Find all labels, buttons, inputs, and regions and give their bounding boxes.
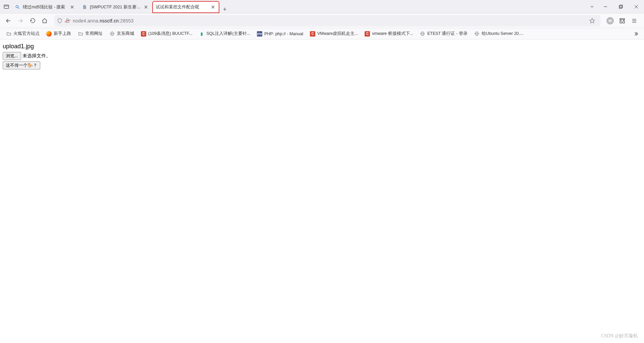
tab-2-active[interactable]: 试试和某些文件配合呢 [152,1,219,13]
globe-icon [474,31,480,37]
page-icon [82,4,87,10]
bookmark-label: 火狐官方站点 [13,31,40,37]
bookmark-label: PHP: php:// - Manual [264,32,303,36]
bookmark-label: ETEST 通行证 - 登录 [427,31,468,37]
search-icon [15,4,20,10]
bookmark-item[interactable]: phpPHP: php:// - Manual [254,30,306,38]
app-menu-button[interactable] [629,15,640,26]
tab-close-icon[interactable] [143,4,149,10]
home-icon [42,18,48,24]
csdn-icon: C [310,31,315,37]
bookmark-label: SQL注入详解(主要针... [206,31,250,37]
maximize-button[interactable] [613,0,629,13]
minimize-button[interactable] [598,0,613,13]
tab-strip: 绕过md5强比较 - 搜索 [SWPUCTF 2021 新生赛]easyu 试试… [11,0,586,13]
arrow-left-icon [5,18,11,24]
svg-rect-17 [66,20,69,22]
green-bar-icon: ▮ [199,31,204,37]
bookmarks-bar: 火狐官方站点 新手上路 常用网址 京东商城 C(109条消息) BUUCTF..… [0,28,644,40]
panel-icon [3,4,9,10]
avatar-icon: M [606,17,614,24]
reload-button[interactable] [27,15,38,26]
nav-toolbar: node4.anna.nssctf.cn:28553 M [0,13,644,28]
folder-icon [78,31,83,37]
new-tab-button[interactable]: + [219,6,230,13]
tab-close-icon[interactable] [69,4,75,10]
tab-label: 绕过md5强比较 - 搜索 [23,4,68,10]
shield-icon [57,18,62,23]
tab-close-icon[interactable] [210,4,216,10]
bookmark-star-button[interactable] [586,15,598,26]
globe-icon [109,31,115,37]
bookmark-label: (109条消息) BUUCTF... [148,31,192,37]
svg-rect-12 [620,5,623,8]
bookmark-item[interactable]: C(109条消息) BUUCTF... [138,30,195,38]
toolbar-right: M [604,15,641,26]
bookmark-label: 给Ubuntu Server 20.... [482,31,524,37]
security-indicator[interactable] [57,18,70,23]
svg-line-3 [18,8,19,9]
bookmark-item[interactable]: CVMware虚拟机走主... [307,30,361,38]
bookmark-label: 常用网址 [85,31,103,37]
bookmark-item[interactable]: ETEST 通行证 - 登录 [417,30,470,38]
file-status-text: 未选择文件。 [22,53,51,59]
plus-icon: + [223,6,227,13]
chevron-double-right-icon [633,31,639,37]
csdn-icon: C [141,31,146,37]
bookmark-item[interactable]: ▮SQL注入详解(主要针... [196,30,253,38]
folder-icon [6,31,11,37]
tabs-dropdown[interactable] [586,0,598,13]
watermark-text: CSDN @妙尽璇机 [601,333,638,339]
forward-button[interactable] [15,15,26,26]
url-text: node4.anna.nssctf.cn:28553 [73,18,584,23]
bookmark-item[interactable]: Cvmware 桥接模式下... [362,30,416,38]
submit-button[interactable]: 这不传一个🐎？ [3,61,40,69]
reload-icon [30,18,36,23]
bookmark-label: vmware 桥接模式下... [372,31,413,37]
csdn-icon: C [365,31,370,37]
tab-1[interactable]: [SWPUCTF 2021 新生赛]easyu [78,1,152,13]
bookmark-item[interactable]: 火狐官方站点 [3,30,42,38]
bookmark-label: VMware虚拟机走主... [317,31,358,37]
page-content: upload1.jpg 浏览... 未选择文件。 这不传一个🐎？ CSDN @妙… [0,40,644,343]
globe-icon [420,31,425,37]
svg-point-2 [16,5,18,8]
titlebar: 绕过md5强比较 - 搜索 [SWPUCTF 2021 新生赛]easyu 试试… [0,0,644,13]
bookmark-label: 京东商城 [117,31,134,37]
bookmark-label: 新手上路 [54,31,71,37]
tab-label: [SWPUCTF 2021 新生赛]easyu [90,4,142,10]
address-bar[interactable]: node4.anna.nssctf.cn:28553 [54,15,600,26]
bookmark-item[interactable]: 常用网址 [75,30,105,38]
arrow-right-icon [17,18,23,24]
bookmark-item[interactable]: 京东商城 [107,30,137,38]
lock-insecure-icon [65,18,70,23]
svg-rect-11 [619,6,622,8]
home-button[interactable] [39,15,50,26]
sidebar-toggle[interactable] [0,0,11,13]
bookmark-item[interactable]: 给Ubuntu Server 20.... [472,30,526,38]
window-controls [586,0,644,13]
firefox-icon [46,31,52,37]
bookmarks-overflow[interactable] [631,30,641,38]
bookmark-item[interactable]: 新手上路 [44,30,74,38]
tab-label: 试试和某些文件配合呢 [156,4,209,10]
puzzle-icon [619,18,625,24]
page-heading: upload1.jpg [3,43,641,50]
tab-0[interactable]: 绕过md5强比较 - 搜索 [11,1,78,13]
php-icon: php [257,31,262,37]
browse-button[interactable]: 浏览... [3,52,21,60]
back-button[interactable] [3,15,14,26]
hamburger-icon [631,18,637,24]
close-window-button[interactable] [629,0,644,13]
file-input-row: 浏览... 未选择文件。 [3,52,641,60]
svg-marker-18 [590,18,594,23]
star-icon [589,18,595,23]
extensions-button[interactable] [616,15,628,26]
svg-rect-0 [4,5,9,8]
profile-button[interactable]: M [604,15,616,26]
chevron-down-icon [590,4,594,9]
